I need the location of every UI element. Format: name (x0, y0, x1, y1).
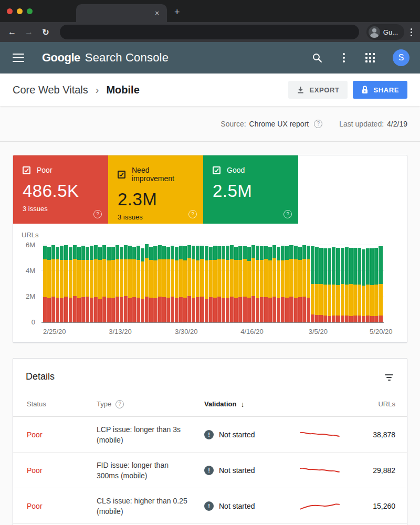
stacked-bar[interactable] (209, 247, 213, 322)
stacked-bar[interactable] (136, 246, 140, 322)
stacked-bar[interactable] (260, 246, 264, 322)
stacked-bar[interactable] (272, 245, 276, 322)
stacked-bar[interactable] (192, 246, 195, 322)
stacked-bar[interactable] (69, 247, 72, 322)
share-button[interactable]: SHARE (353, 81, 407, 99)
export-button[interactable]: EXPORT (288, 81, 348, 99)
stacked-bar[interactable] (102, 245, 106, 322)
stacked-bar[interactable] (328, 248, 331, 322)
stacked-bar[interactable] (43, 246, 47, 322)
stacked-bar[interactable] (141, 248, 144, 322)
stacked-bar[interactable] (132, 247, 136, 322)
stacked-bar[interactable] (47, 247, 51, 322)
stacked-bar[interactable] (120, 247, 123, 322)
stacked-bar[interactable] (77, 247, 81, 322)
stacked-bar[interactable] (183, 246, 187, 322)
filter-icon[interactable] (385, 373, 393, 381)
stacked-bar[interactable] (251, 245, 255, 322)
stacked-bar[interactable] (162, 246, 166, 322)
tile-good-help-icon[interactable] (284, 210, 292, 218)
stacked-bar[interactable] (98, 247, 102, 322)
stacked-bar[interactable] (166, 247, 170, 322)
stacked-bar[interactable] (230, 245, 234, 322)
stacked-bar[interactable] (149, 247, 153, 322)
stacked-bar[interactable] (302, 245, 306, 322)
back-icon[interactable] (5, 25, 19, 39)
browser-profile-button[interactable]: Gu... (366, 24, 404, 40)
stacked-bar[interactable] (205, 246, 208, 322)
more-options-icon[interactable] (340, 52, 348, 64)
stacked-bar[interactable] (311, 246, 314, 322)
stacked-bar[interactable] (247, 247, 251, 322)
stacked-bar[interactable] (285, 246, 289, 322)
type-help-icon[interactable] (116, 400, 124, 408)
maximize-window-icon[interactable] (27, 8, 33, 14)
stacked-bar[interactable] (171, 246, 174, 322)
stacked-bar[interactable] (86, 247, 89, 322)
new-tab-icon[interactable] (174, 7, 180, 17)
stacked-bar[interactable] (56, 247, 59, 322)
stacked-bar[interactable] (222, 246, 225, 323)
table-row[interactable]: Poor CLS issue: higher than 0.25 (mobile… (13, 488, 407, 524)
stacked-bar[interactable] (345, 247, 349, 322)
stacked-bar[interactable] (336, 248, 340, 322)
source-help-icon[interactable] (314, 120, 322, 128)
poor-checkbox[interactable] (23, 166, 30, 174)
account-avatar[interactable]: S (393, 49, 410, 66)
menu-icon[interactable] (13, 54, 24, 62)
stacked-bar[interactable] (281, 246, 285, 322)
stacked-bar[interactable] (217, 246, 221, 322)
stacked-bar[interactable] (187, 245, 191, 322)
search-icon[interactable] (312, 52, 322, 63)
minimize-window-icon[interactable] (17, 8, 23, 14)
stacked-bar[interactable] (73, 245, 77, 322)
stacked-bar[interactable] (226, 246, 229, 322)
stacked-bar[interactable] (116, 245, 119, 322)
stacked-bar[interactable] (234, 247, 238, 322)
stacked-bar[interactable] (379, 246, 382, 322)
stacked-bar[interactable] (268, 247, 272, 322)
tile-poor[interactable]: Poor 486.5K 3 issues (13, 155, 108, 224)
stacked-bar[interactable] (179, 246, 183, 322)
stacked-bar[interactable] (213, 246, 217, 322)
stacked-bar[interactable] (256, 246, 259, 322)
stacked-bar[interactable] (366, 248, 370, 322)
tile-ni-help-icon[interactable] (188, 210, 197, 218)
stacked-bar[interactable] (353, 248, 357, 322)
stacked-bar[interactable] (107, 247, 110, 322)
tile-need-improvement[interactable]: Need improvement 2.3M 3 issues (108, 155, 203, 224)
column-validation-sort[interactable]: Validation (204, 400, 293, 408)
stacked-bar[interactable] (358, 248, 361, 322)
stacked-bar[interactable] (319, 248, 323, 322)
stacked-bar[interactable] (175, 247, 178, 322)
stacked-bar[interactable] (94, 245, 98, 322)
stacked-bar[interactable] (307, 246, 310, 322)
table-row[interactable]: Poor LCP issue: longer than 3s (mobile) … (13, 417, 407, 453)
stacked-bar[interactable] (111, 247, 115, 322)
need-improvement-checkbox[interactable] (118, 171, 125, 178)
tile-poor-help-icon[interactable] (93, 210, 102, 218)
stacked-bar[interactable] (264, 246, 268, 322)
stacked-bar[interactable] (349, 248, 353, 322)
good-checkbox[interactable] (213, 166, 220, 174)
table-row[interactable]: Poor FID issue: longer than 300ms (mobil… (13, 453, 407, 488)
stacked-bar[interactable] (51, 245, 55, 322)
stacked-bar[interactable] (128, 246, 132, 322)
stacked-bar[interactable] (60, 246, 64, 322)
stacked-bar[interactable] (145, 244, 149, 322)
stacked-bar[interactable] (341, 248, 344, 322)
stacked-bar[interactable] (374, 248, 378, 322)
google-apps-icon[interactable] (365, 53, 375, 62)
tile-good[interactable]: Good 2.5M (203, 155, 298, 224)
stacked-bar[interactable] (315, 247, 319, 322)
app-logo[interactable]: Google Search Console (42, 51, 169, 65)
stacked-bar[interactable] (370, 248, 374, 322)
browser-tab[interactable] (76, 4, 167, 22)
browser-menu-icon[interactable] (407, 27, 415, 37)
stacked-bar[interactable] (243, 246, 246, 323)
stacked-bar[interactable] (238, 246, 242, 322)
stacked-bar[interactable] (200, 246, 204, 322)
stacked-bar[interactable] (323, 248, 327, 322)
stacked-bar[interactable] (294, 246, 298, 322)
stacked-bar[interactable] (277, 247, 280, 322)
